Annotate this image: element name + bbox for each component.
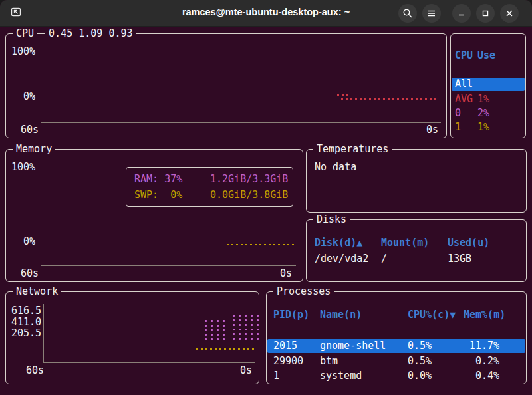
cpu-x-axis — [41, 122, 441, 123]
network-panel-title-label: Network — [13, 286, 61, 297]
memory-panel-title: Memory — [13, 142, 55, 156]
network-x-axis — [43, 362, 255, 363]
close-button[interactable] — [500, 4, 519, 23]
cpu-legend-panel: CPU Use All AVG 1% 0 2% 1 1% — [450, 33, 526, 138]
disks-header-used[interactable]: Used(u) — [448, 237, 489, 249]
network-y-tick-1: 616.5 — [11, 305, 41, 317]
cpu-y-axis — [41, 46, 41, 122]
maximize-icon — [480, 8, 491, 19]
process-mem: 0.2% — [456, 356, 499, 367]
menu-button[interactable] — [422, 4, 441, 23]
disks-header-disk[interactable]: Disk(d)▲ — [315, 237, 362, 249]
processes-header-pid[interactable]: PID(p) — [273, 309, 309, 321]
disks-header-mount[interactable]: Mount(m) — [381, 237, 429, 249]
cpu-y-min-label: 0% — [23, 91, 35, 102]
cpu-legend-header-cpu[interactable]: CPU — [455, 50, 473, 61]
process-name: systemd — [320, 370, 362, 382]
cpu-legend-core1-label: 1 — [455, 122, 461, 133]
memory-ram-value: 1.2GiB/3.3GiB — [210, 174, 288, 185]
process-mem: 0.4% — [456, 370, 499, 382]
cpu-legend-core1-value: 1% — [477, 122, 489, 133]
process-name: gnome-shell — [320, 340, 386, 352]
memory-x-left-label: 60s — [21, 268, 39, 279]
titlebar: ramces@mte-ubuntu-desktop-aux: ~ — [0, 0, 532, 27]
memory-y-min-label: 0% — [23, 236, 35, 247]
network-panel-title: Network — [13, 285, 61, 299]
network-y-axis — [43, 304, 44, 362]
disks-panel: Disks Disk(d)▲ Mount(m) Used(u) /dev/vda… — [306, 219, 527, 282]
memory-ram-label: RAM: 37% — [134, 174, 182, 185]
cpu-panel-title: CPU 0.45 1.09 0.93 — [13, 27, 136, 41]
process-pid: 2015 — [273, 340, 297, 352]
search-icon — [402, 8, 413, 19]
minimize-icon — [456, 8, 467, 19]
cpu-avg-line — [340, 98, 438, 100]
cpu-legend-row-all[interactable]: All — [452, 78, 525, 91]
memory-legend: RAM: 37% 1.2GiB/3.3GiB SWP: 0% 0.0GiB/3.… — [126, 167, 293, 207]
process-cpu: 0.5% — [408, 356, 432, 367]
processes-panel: Processes PID(p) Name(n) CPU%(c)▼ Mem%(m… — [266, 291, 527, 384]
cpu-load-average: 0.45 1.09 0.93 — [45, 28, 136, 39]
memory-panel: Memory 100% RAM: 37% 1.2GiB/3.3GiB SWP: … — [5, 149, 303, 282]
network-panel: Network 616.5 411.0 205.5 60s 0s — [5, 291, 259, 384]
cpu-x-left-label: 60s — [21, 124, 39, 136]
cpu-panel-title-label: CPU — [13, 28, 37, 39]
cpu-legend-core0-label: 0 — [455, 108, 461, 119]
processes-panel-title-label: Processes — [273, 286, 334, 297]
memory-y-axis — [41, 162, 41, 265]
memory-swap-label: SWP: 0% — [134, 190, 182, 201]
temperatures-panel: Temperatures No data — [306, 149, 527, 213]
temperatures-panel-title-label: Temperatures — [313, 144, 392, 155]
cpu-legend-avg-value: 1% — [477, 94, 489, 105]
cpu-legend-row-all-label: All — [455, 78, 473, 90]
network-tx-line — [195, 348, 256, 350]
cpu-graph-panel: CPU 0.45 1.09 0.93 100% 0% 60s 0s — [5, 33, 447, 138]
process-row-selected[interactable]: 2015 gnome-shell 0.5% 11.7% — [267, 339, 525, 353]
cpu-legend-core0-value: 2% — [477, 108, 489, 119]
network-y-tick-2: 411.0 — [11, 317, 41, 328]
cpu-y-max-label: 100% — [11, 46, 35, 57]
process-mem: 11.7% — [456, 340, 499, 352]
network-x-left-label: 60s — [26, 365, 44, 376]
cpu-legend-avg-label: AVG — [455, 94, 473, 105]
hamburger-icon — [426, 8, 437, 19]
cpu-x-right-label: 0s — [426, 124, 438, 136]
terminal-window: ramces@mte-ubuntu-desktop-aux: ~ — [0, 0, 532, 395]
processes-header-mem[interactable]: Mem%(m) — [464, 309, 505, 321]
temperatures-panel-title: Temperatures — [313, 142, 392, 156]
processes-header-cpu[interactable]: CPU%(c)▼ — [408, 309, 456, 321]
network-y-tick-3: 205.5 — [11, 328, 41, 339]
process-cpu: 0.5% — [408, 340, 432, 352]
memory-x-right-label: 0s — [280, 268, 292, 279]
memory-swap-value: 0.0GiB/3.8GiB — [210, 190, 288, 201]
memory-swap-line — [225, 243, 295, 246]
disk-name: /dev/vda2 — [315, 253, 368, 265]
network-x-right-label: 0s — [240, 365, 252, 376]
process-name: btm — [320, 356, 338, 367]
cpu-avg-line-blip — [336, 94, 348, 96]
minimize-button[interactable] — [452, 4, 471, 23]
network-rx-spikes-small — [203, 319, 229, 341]
memory-x-axis — [41, 265, 296, 266]
process-pid: 1 — [273, 370, 279, 382]
disks-panel-title: Disks — [313, 213, 350, 227]
process-cpu: 0.0% — [408, 370, 432, 382]
disk-mount: / — [381, 253, 387, 265]
processes-panel-title: Processes — [273, 285, 334, 299]
disks-panel-title-label: Disks — [313, 214, 350, 225]
network-rx-spikes-large — [231, 313, 259, 341]
temperatures-no-data-text: No data — [315, 162, 356, 173]
search-button[interactable] — [398, 4, 417, 23]
terminal-screen: CPU 0.45 1.09 0.93 100% 0% 60s 0s CPU Us… — [0, 27, 532, 395]
process-pid: 29900 — [273, 356, 303, 367]
memory-panel-title-label: Memory — [13, 144, 55, 155]
disk-used: 13GB — [448, 253, 471, 265]
title-separator — [37, 27, 45, 41]
processes-header-name[interactable]: Name(n) — [320, 309, 362, 321]
memory-y-max-label: 100% — [11, 162, 35, 173]
maximize-button[interactable] — [476, 4, 495, 23]
cpu-legend-header-use[interactable]: Use — [477, 50, 495, 61]
close-icon — [504, 8, 515, 19]
